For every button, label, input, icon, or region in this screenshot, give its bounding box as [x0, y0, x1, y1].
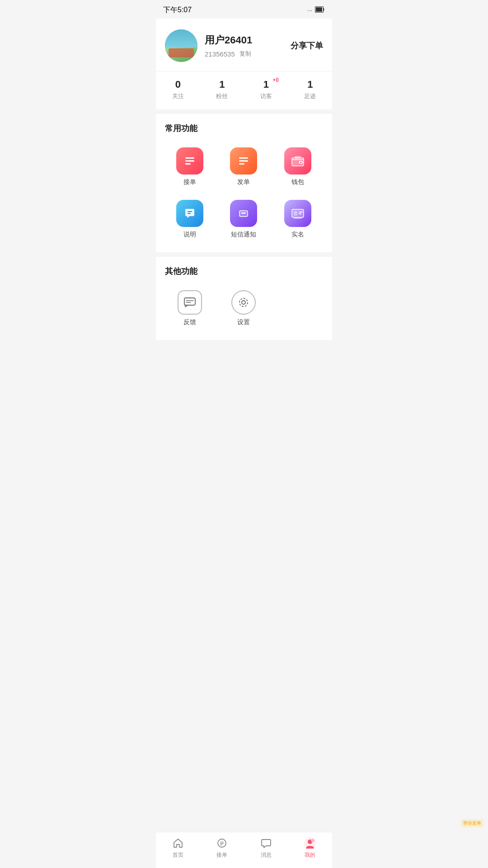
stat-fans[interactable]: 1 粉丝	[216, 79, 228, 100]
common-features-title: 常用功能	[165, 123, 323, 134]
shuoming-icon	[176, 200, 203, 227]
feature-shuoming[interactable]: 说明	[165, 195, 215, 243]
stats-section: 0 关注 1 粉丝 1 +0 访客 1 足迹	[156, 71, 332, 109]
avatar-image	[165, 29, 197, 62]
fadan-label: 发单	[237, 178, 250, 186]
nav-mine[interactable]: 我的	[288, 837, 333, 859]
svg-rect-2	[185, 157, 194, 159]
svg-rect-13	[188, 213, 191, 214]
common-features-grid: 接单 发单	[165, 143, 323, 248]
visitor-badge: +0	[272, 77, 279, 83]
status-time: 下午5:07	[163, 5, 192, 15]
copy-button[interactable]: 复制	[239, 50, 251, 58]
nav-jiudan[interactable]: 接单	[200, 837, 244, 859]
nav-home[interactable]: 首页	[156, 837, 200, 859]
svg-rect-20	[294, 217, 302, 219]
jiudan-icon	[176, 147, 203, 175]
svg-point-30	[311, 839, 314, 842]
fans-label: 粉丝	[216, 92, 228, 100]
svg-rect-19	[299, 213, 301, 214]
svg-rect-4	[185, 163, 191, 165]
home-nav-label: 首页	[173, 851, 183, 859]
sms-label: 短信通知	[231, 231, 256, 239]
mine-nav-icon	[304, 837, 316, 849]
svg-rect-6	[239, 160, 248, 162]
wallet-icon	[284, 147, 311, 175]
profile-left: 用户26401 21356535 复制	[165, 29, 252, 62]
svg-point-23	[239, 298, 248, 307]
svg-rect-15	[241, 212, 246, 214]
follow-count: 0	[175, 79, 181, 90]
avatar[interactable]	[165, 29, 197, 62]
feature-wallet[interactable]: 钱包	[273, 143, 323, 191]
stat-footprint[interactable]: 1 足迹	[304, 79, 316, 100]
stat-visitor[interactable]: 1 +0 访客	[260, 79, 272, 100]
profile-section: 用户26401 21356535 复制 分享下单	[156, 19, 332, 71]
feature-fadan[interactable]: 发单	[219, 143, 269, 191]
jiudan-nav-label: 接单	[216, 851, 227, 859]
battery-icon	[315, 6, 325, 14]
profile-info: 用户26401 21356535 复制	[205, 33, 252, 58]
visitor-count: 1 +0	[263, 79, 269, 90]
feature-jiudan[interactable]: 接单	[165, 143, 215, 191]
status-bar: 下午5:07 ···	[156, 0, 332, 19]
svg-point-22	[242, 301, 245, 304]
jiudan-nav-icon	[216, 837, 228, 849]
feature-sms[interactable]: 短信通知	[219, 195, 269, 243]
fans-count: 1	[219, 79, 225, 90]
username: 用户26401	[205, 33, 252, 47]
other-features-grid: 反馈 设置	[165, 286, 323, 335]
section-divider-1	[156, 109, 332, 114]
svg-rect-25	[220, 842, 224, 843]
section-divider-2	[156, 252, 332, 257]
footprint-count: 1	[307, 79, 313, 90]
bottom-nav: 首页 接单 消息 我的	[156, 832, 332, 868]
settings-label: 设置	[237, 318, 250, 326]
feature-settings[interactable]: 设置	[219, 286, 269, 331]
svg-rect-12	[188, 211, 192, 212]
svg-rect-21	[184, 298, 195, 305]
realname-label: 实名	[291, 231, 304, 239]
status-icons: ···	[307, 6, 325, 14]
svg-rect-11	[295, 156, 301, 159]
feedback-icon	[178, 290, 202, 315]
svg-rect-27	[220, 844, 222, 845]
settings-icon	[231, 290, 256, 315]
sms-icon	[230, 200, 257, 227]
realname-icon	[284, 200, 311, 227]
jiudan-label: 接单	[183, 178, 196, 186]
svg-rect-18	[299, 212, 303, 212]
follow-label: 关注	[172, 92, 184, 100]
svg-rect-26	[220, 843, 224, 844]
svg-rect-7	[239, 163, 244, 165]
feature-realname[interactable]: 实名	[273, 195, 323, 243]
common-features-section: 常用功能 接单	[156, 114, 332, 252]
footprint-label: 足迹	[304, 92, 316, 100]
svg-rect-1	[316, 7, 322, 12]
wallet-label: 钱包	[291, 178, 304, 186]
message-nav-label: 消息	[261, 851, 272, 859]
feedback-label: 反馈	[183, 318, 196, 326]
svg-rect-5	[239, 157, 248, 159]
stat-follow[interactable]: 0 关注	[172, 79, 184, 100]
other-features-title: 其他功能	[165, 266, 323, 277]
svg-rect-17	[294, 211, 297, 216]
feature-feedback[interactable]: 反馈	[165, 286, 215, 331]
visitor-label: 访客	[260, 92, 272, 100]
share-button[interactable]: 分享下单	[291, 40, 323, 51]
mine-nav-label: 我的	[305, 851, 315, 859]
user-id: 21356535	[205, 50, 235, 58]
svg-rect-3	[185, 160, 194, 162]
signal-icon: ···	[307, 7, 312, 14]
fadan-icon	[230, 147, 257, 175]
other-features-section: 其他功能 反馈	[156, 257, 332, 340]
home-nav-icon	[172, 837, 184, 849]
svg-rect-16	[292, 209, 304, 217]
user-id-row: 21356535 复制	[205, 50, 252, 58]
nav-message[interactable]: 消息	[244, 837, 288, 859]
message-nav-icon	[260, 837, 272, 849]
shuoming-label: 说明	[183, 231, 196, 239]
svg-point-10	[300, 162, 302, 163]
